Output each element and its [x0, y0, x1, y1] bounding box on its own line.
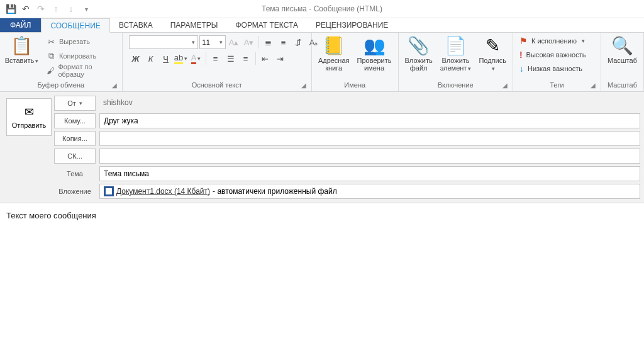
include-dialog-launcher[interactable]: ◢	[501, 82, 509, 89]
address-book-button[interactable]: 📒 Адресная книга	[314, 34, 353, 73]
send-icon: ✉	[25, 105, 34, 119]
font-color-icon: A	[191, 53, 197, 64]
next-item-button[interactable]: ↓	[64, 2, 78, 16]
bold-button[interactable]: Ж	[129, 52, 143, 65]
up-arrow-icon: ↑	[54, 4, 58, 14]
tab-review[interactable]: РЕЦЕНЗИРОВАНИЕ	[307, 18, 397, 32]
ribbon-tabs: ФАЙЛ СООБЩЕНИЕ ВСТАВКА ПАРАМЕТРЫ ФОРМАТ …	[0, 18, 644, 33]
attachment-link[interactable]: Документ1.docx (14 Кбайт)	[116, 187, 210, 196]
group-clipboard: 📋 Вставить▾ ✂Вырезать ⧉Копировать 🖌Форма…	[0, 33, 123, 91]
zoom-button[interactable]: 🔍 Масштаб	[604, 34, 641, 65]
tags-dialog-launcher[interactable]: ◢	[589, 82, 597, 89]
subject-label: Тема	[54, 170, 96, 177]
to-button[interactable]: Кому...	[54, 113, 96, 128]
font-size-combo[interactable]: 11▾	[199, 35, 226, 49]
undo-button[interactable]: ↶	[19, 2, 33, 16]
tab-format-text[interactable]: ФОРМАТ ТЕКСТА	[226, 18, 306, 32]
cut-icon: ✂	[46, 37, 56, 47]
message-body[interactable]: Текст моего сообщения	[0, 203, 644, 228]
font-family-combo[interactable]: ▾	[129, 35, 198, 49]
decrease-indent-button[interactable]: ⇤	[258, 52, 272, 65]
group-basic-text: ▾ 11▾ A▴ A▾ ≣ ≡ ⇵ Aₐ Ж К Ч ab▾ A▾ ≡ ☰ ≡	[123, 33, 312, 91]
address-book-icon: 📒	[324, 35, 344, 55]
bcc-button[interactable]: СК...	[54, 149, 96, 164]
from-button[interactable]: От ▾	[54, 96, 96, 111]
increase-indent-button[interactable]: ⇥	[274, 52, 287, 65]
highlight-icon: ab	[174, 53, 183, 64]
send-button[interactable]: ✉ Отправить	[6, 98, 52, 136]
copy-icon: ⧉	[46, 51, 56, 61]
copy-button[interactable]: ⧉Копировать	[43, 49, 117, 63]
check-names-button[interactable]: 👥 Проверить имена	[353, 34, 396, 73]
align-right-button[interactable]: ≡	[239, 52, 253, 65]
italic-button[interactable]: К	[144, 52, 158, 65]
signature-button[interactable]: ✎ Подпись▾	[475, 34, 510, 74]
basic-text-dialog-launcher[interactable]: ◢	[300, 82, 308, 89]
titlebar: 💾 ↶ ↷ ↑ ↓ ▾ Тема письма - Сообщение (HTM…	[0, 0, 644, 18]
shrink-font-button[interactable]: A▾	[242, 35, 256, 49]
bcc-field[interactable]	[99, 149, 640, 164]
attachment-note: - автоматичеки приложенный файл	[213, 187, 337, 196]
subject-field[interactable]	[99, 166, 640, 181]
save-button[interactable]: 💾	[4, 2, 18, 16]
cut-button[interactable]: ✂Вырезать	[43, 35, 117, 48]
window-title: Тема письма - Сообщение (HTML)	[0, 4, 644, 13]
signature-icon: ✎	[482, 35, 502, 55]
ribbon: 📋 Вставить▾ ✂Вырезать ⧉Копировать 🖌Форма…	[0, 33, 644, 92]
paste-button[interactable]: 📋 Вставить▾	[3, 34, 41, 66]
tab-file[interactable]: ФАЙЛ	[0, 18, 41, 32]
attach-file-button[interactable]: 📎 Вложить файл	[401, 34, 436, 73]
from-value: shishkov	[99, 96, 640, 111]
grow-font-button[interactable]: A▴	[227, 35, 241, 49]
attach-item-button[interactable]: 📄 Вложить элемент▾	[436, 34, 475, 74]
tab-options[interactable]: ПАРАМЕТРЫ	[162, 18, 227, 32]
attachment-label: Вложение	[54, 188, 96, 195]
body-text: Текст моего сообщения	[6, 211, 96, 220]
magnifier-icon: 🔍	[612, 35, 632, 55]
qat-customize-button[interactable]: ▾	[79, 2, 93, 16]
font-color-button[interactable]: A▾	[189, 52, 203, 65]
bullets-button[interactable]: ≣	[262, 35, 275, 49]
save-icon: 💾	[6, 4, 16, 14]
high-importance-icon: !	[519, 50, 523, 60]
format-painter-button[interactable]: 🖌Формат по образцу	[43, 64, 117, 77]
align-center-button[interactable]: ☰	[224, 52, 238, 65]
follow-up-button[interactable]: ⚑К исполнению▾	[516, 34, 598, 48]
quick-access-toolbar: 💾 ↶ ↷ ↑ ↓ ▾	[4, 2, 93, 16]
group-zoom: 🔍 Масштаб Масштаб	[601, 33, 644, 91]
low-importance-button[interactable]: ↓Низкая важность	[516, 62, 598, 76]
group-names: 📒 Адресная книга 👥 Проверить имена Имена	[312, 33, 399, 91]
high-importance-button[interactable]: !Высокая важность	[516, 48, 598, 62]
undo-icon: ↶	[22, 4, 30, 14]
cc-field[interactable]	[99, 131, 640, 146]
word-document-icon	[104, 186, 114, 196]
paste-icon: 📋	[12, 35, 32, 55]
redo-icon: ↷	[37, 4, 45, 14]
message-header: ✉ Отправить От ▾ shishkov Кому... Копия.…	[0, 92, 644, 203]
check-names-icon: 👥	[364, 35, 384, 55]
group-include: 📎 Вложить файл 📄 Вложить элемент▾ ✎ Подп…	[399, 33, 513, 91]
group-tags: ⚑К исполнению▾ !Высокая важность ↓Низкая…	[513, 33, 601, 91]
attach-item-icon: 📄	[446, 35, 466, 55]
highlight-button[interactable]: ab▾	[174, 52, 188, 65]
to-field[interactable]	[99, 113, 640, 128]
paperclip-icon: 📎	[409, 35, 429, 55]
underline-button[interactable]: Ч	[159, 52, 173, 65]
brush-icon: 🖌	[46, 66, 55, 76]
attachment-box[interactable]: Документ1.docx (14 Кбайт) - автоматичеки…	[99, 184, 640, 199]
tab-message[interactable]: СООБЩЕНИЕ	[41, 18, 110, 33]
prev-item-button[interactable]: ↑	[49, 2, 63, 16]
numbering-button[interactable]: ≡	[277, 35, 291, 49]
flag-icon: ⚑	[519, 36, 528, 46]
clipboard-dialog-launcher[interactable]: ◢	[111, 82, 118, 89]
line-spacing-button[interactable]: ⇵	[292, 35, 306, 49]
redo-button[interactable]: ↷	[34, 2, 48, 16]
low-importance-icon: ↓	[519, 64, 524, 74]
tab-insert[interactable]: ВСТАВКА	[110, 18, 162, 32]
align-left-button[interactable]: ≡	[209, 52, 223, 65]
down-arrow-icon: ↓	[69, 4, 74, 14]
cc-button[interactable]: Копия...	[54, 131, 96, 146]
